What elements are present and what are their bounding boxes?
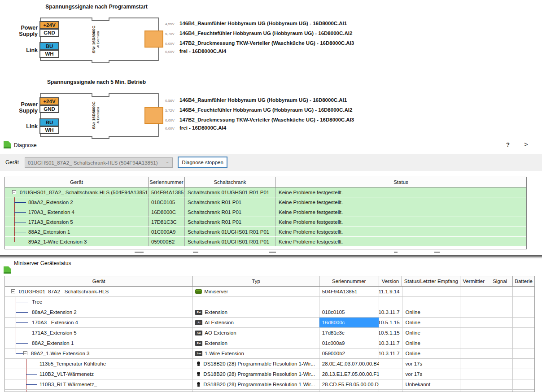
table-row[interactable]: 88A2_Extension 1 ExtExtension 01c000a9 1… <box>5 338 534 348</box>
serial-cell: 018C0105 <box>149 197 185 207</box>
table-row[interactable]: 89A2_1-Wire Extension 3 059000B2 Schalts… <box>5 237 526 247</box>
diagram-5min-betrieb: Spannungssignale nach 5 Min. Betrieb Pow… <box>0 0 359 139</box>
serial-cell: 01C000A9 <box>149 227 185 236</box>
column-header-geraet[interactable]: Gerät <box>5 177 149 187</box>
ai-extension-icon: AI <box>195 320 202 325</box>
link-label: Link <box>1 123 38 130</box>
chevron-down-icon: ⌄ <box>166 160 169 164</box>
batterie-cell <box>513 318 534 327</box>
device-name: 01UGHS01_87A2_ Schaltschrank-HLS <box>19 289 109 294</box>
device-name: 110B2_VLT-Wärmenetz <box>39 371 94 377</box>
status-cell: Keine Probleme festgestellt. <box>275 237 526 246</box>
type-label: 1-Wire Extension <box>205 351 244 356</box>
table-row[interactable]: 110B3_RLT-Wärmenetz_ DS18B20 (28) Progra… <box>5 379 534 390</box>
serial-cell-selected[interactable]: 16d8000c <box>319 318 379 327</box>
device-serial: SNr 16D8000C <box>92 100 96 131</box>
extension-icon: Ext <box>195 341 202 346</box>
table-row[interactable]: 88aA2_Extension 2 018C0105 Schaltschrank… <box>5 197 526 207</box>
signal-cell <box>487 307 513 317</box>
signal-cell <box>487 328 513 338</box>
tree-line <box>16 312 28 313</box>
config-doc-icon <box>4 141 11 148</box>
signal-cell <box>487 348 513 358</box>
terminal-24v: +24V <box>39 97 59 105</box>
vermittler-cell <box>460 369 487 379</box>
column-header-status[interactable]: Status <box>275 177 526 187</box>
serial-cell: 16D8000C <box>149 207 185 217</box>
cabinet-cell: Schaltschrank R01 P01 <box>185 197 275 207</box>
table-row[interactable]: 110B2_VLT-Wärmenetz DS18B20 (28) Program… <box>5 369 534 379</box>
version-cell: 11.1.9.14 <box>379 287 402 296</box>
geraet-label: Gerät <box>5 159 19 166</box>
serial-cell: 504F94A13851 <box>149 187 185 197</box>
batterie-cell <box>513 379 534 389</box>
status-cell: Online <box>402 328 461 338</box>
diagnose-stop-button[interactable]: Diagnose stoppen <box>178 157 227 168</box>
tree-line <box>14 232 26 232</box>
status-cell: Online <box>402 348 461 358</box>
type-label: DS18B20 (28) Programmable Resolution 1-W… <box>203 371 315 377</box>
vermittler-cell <box>460 287 487 296</box>
batterie-cell <box>513 328 534 338</box>
diagram-title: Spannungssignale nach 5 Min. Betrieb <box>7 79 186 85</box>
table-row[interactable]: 171A3_Extension 5 AOAO Extension 17d81c3… <box>5 328 534 338</box>
vermittler-cell <box>460 318 487 327</box>
collapse-expander-icon[interactable] <box>12 190 16 194</box>
table-row[interactable]: 88aA2_Extension 2 ExtExtension 018c0105 … <box>5 307 534 318</box>
cabinet-cell: Schaltschrank 01UGHS01 R01 P01 <box>185 237 275 246</box>
device-dropdown[interactable]: 01UGHS01_87A2_ Schaltschrank-HLS (504F94… <box>25 157 173 168</box>
vermittler-cell <box>460 359 487 369</box>
voltage-value: 0,00V <box>165 118 179 122</box>
table-row[interactable]: 170A3_ Extension 4 AIAI Extension 16d800… <box>5 318 534 328</box>
voltage-value: 5,72V <box>165 109 179 113</box>
table-row[interactable]: 171A3_Extension 5 17D81C3C Schaltschrank… <box>5 217 526 227</box>
table-row[interactable]: Tree <box>5 297 534 307</box>
connector-block <box>144 107 163 124</box>
tree-line <box>26 374 37 375</box>
column-header-batterie[interactable]: Batterie <box>513 276 534 286</box>
collapse-expander-icon[interactable] <box>23 351 27 355</box>
column-header-typ[interactable]: Typ <box>193 276 319 286</box>
tree-line <box>14 222 26 222</box>
signal-cell <box>487 369 513 379</box>
column-header-vermittler[interactable]: Vermittler <box>460 276 487 286</box>
table-row[interactable]: 89A2_1-Wire Extension 3 1-w1-Wire Extens… <box>5 348 534 359</box>
column-header-seriennummer[interactable]: Seriennummer <box>149 177 185 187</box>
tree-line <box>14 212 26 213</box>
vermittler-cell <box>460 348 487 358</box>
table-row[interactable]: 170A3_ Extension 4 16D8000C Schaltschran… <box>5 207 526 217</box>
tree-line <box>14 242 26 242</box>
serial-cell: 504F94A13851 <box>319 287 379 296</box>
column-header-schaltschrank[interactable]: Schaltschrank <box>185 177 275 187</box>
batterie-cell <box>513 369 534 379</box>
device-name: 171A3_Extension 5 <box>32 330 77 335</box>
table-row[interactable]: 88A2_Extension 1 01C000A9 Schaltschrank … <box>5 227 526 237</box>
diagnose-table: Gerät Seriennummer Schaltschrank Status … <box>4 177 527 249</box>
serial-cell: 28.CD.F5.E8.05.00.00.DF <box>319 379 379 389</box>
device-name: 01UGHS01_87A2_ Schaltschrank-HLS (504F94… <box>20 190 149 195</box>
loxone-diagnose-screen: Spannungssignale nach Programmstart Powe… <box>0 0 542 392</box>
table-row[interactable]: 01UGHS01_87A2_ Schaltschrank-HLS Miniser… <box>5 287 534 297</box>
temp-sensor-icon <box>197 361 201 366</box>
column-header-version[interactable]: Version <box>379 276 402 286</box>
status-cell: Keine Probleme festgestellt. <box>275 197 526 207</box>
collapse-expander-icon[interactable] <box>11 289 15 293</box>
device-status-table: Gerät Typ Seriennummer Version Status/Le… <box>4 276 535 392</box>
config-doc-icon <box>4 266 11 274</box>
vermittler-cell <box>460 379 487 389</box>
column-header-seriennummer[interactable]: Seriennummer <box>319 276 379 286</box>
extension-icon: Ext <box>195 310 202 315</box>
help-icon[interactable]: ? <box>506 141 510 148</box>
status-cell: Keine Probleme festgestellt. <box>275 207 526 217</box>
collapse-panel-icon[interactable]: > <box>524 140 528 148</box>
table-row[interactable]: 113b5_Temperatur Kühltruhe DS18B20 (28) … <box>5 359 534 369</box>
table-row-partial[interactable] <box>5 390 534 392</box>
column-header-geraet[interactable]: Gerät <box>5 276 193 286</box>
terminal-wh: WH <box>39 126 59 134</box>
table-row[interactable]: 01UGHS01_87A2_ Schaltschrank-HLS (504F94… <box>5 187 526 197</box>
column-header-signal[interactable]: Signal <box>487 276 513 286</box>
device-name: 88A2_Extension 1 <box>28 229 70 235</box>
column-header-status[interactable]: Status/Letzter Empfang <box>402 276 460 286</box>
signal-label: 146B4_Feuchtefühler Hobbyraum UG (Hobbyr… <box>179 107 352 113</box>
clipped-text-fragment <box>434 252 440 253</box>
